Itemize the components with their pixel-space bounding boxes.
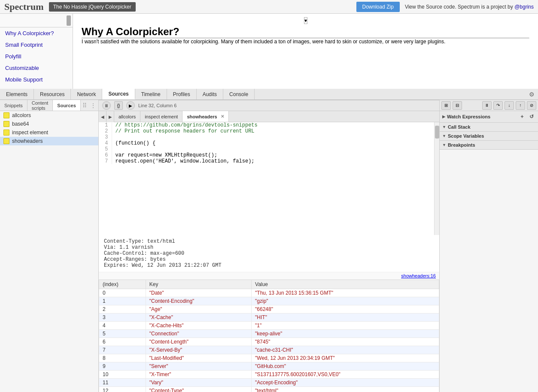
sources-sub-tab-snippets[interactable]: Snippets: [0, 100, 27, 111]
nav-item[interactable]: Why A Colorpicker?: [0, 27, 73, 39]
watch-triangle-icon: ▶: [442, 115, 445, 119]
sources-sub-tab-sources[interactable]: Sources: [53, 100, 80, 111]
nav-scrollbar[interactable]: [67, 15, 71, 26]
code-content[interactable]: (function() {: [112, 140, 434, 146]
source-file-inspect-element[interactable]: inspect element: [0, 128, 98, 137]
nav-item[interactable]: Devtools: [0, 85, 73, 89]
color-swatch-container[interactable]: ▾: [304, 17, 307, 24]
pause-button[interactable]: ⏸: [102, 101, 111, 110]
breakpoints-section: ▼ Breakpoints: [440, 141, 538, 150]
table-col-header: (index): [99, 280, 146, 289]
source-file-showheaders[interactable]: showheaders: [0, 137, 98, 145]
table-cell-key: "Vary": [146, 378, 251, 386]
table-cell-key: "Server": [146, 362, 251, 370]
step-out-button[interactable]: ↑: [516, 101, 525, 110]
close-tab-icon[interactable]: ✕: [221, 114, 224, 119]
dropdown-arrow[interactable]: ▾: [304, 18, 307, 24]
scope-variables-section: ▼ Scope Variables: [440, 132, 538, 141]
code-view[interactable]: 1// https://github.com/bgrins/devtools-s…: [99, 122, 434, 235]
step-into-button[interactable]: ↓: [505, 101, 514, 110]
table-cell-index: 11: [99, 378, 146, 386]
table-cell-value: "gzip": [252, 297, 439, 305]
tagline-button[interactable]: The No Hassle jQuery Colorpicker: [49, 2, 136, 12]
devtools-tab-elements[interactable]: Elements: [0, 89, 34, 100]
pause-exec-button[interactable]: ⏸: [482, 101, 492, 110]
code-editor-area: ⏸ {} ▶ Line 32, Column 6 ◀ ▶ allcolorsin…: [99, 100, 439, 392]
prev-tab-button[interactable]: ◀: [99, 111, 106, 122]
sources-sub-tab-content-scripts[interactable]: Content scripts: [27, 100, 53, 111]
refresh-watch-button[interactable]: ↺: [528, 113, 535, 121]
code-content[interactable]: // Print out response headers for curren…: [112, 128, 434, 134]
scope-variables-header[interactable]: ▼ Scope Variables: [440, 132, 538, 140]
code-content[interactable]: var request=new XMLHttpRequest();: [112, 152, 434, 158]
table-body: 0"Date""Thu, 13 Jun 2013 15:36:15 GMT"1"…: [99, 289, 439, 392]
table-cell-value: "GitHub.com": [252, 362, 439, 370]
watch-expressions-label: Watch Expressions: [447, 114, 490, 119]
code-content[interactable]: [112, 146, 434, 152]
table-cell-value: "text/html": [252, 386, 439, 392]
add-watch-button[interactable]: +: [518, 113, 526, 121]
step-over-button[interactable]: ↷: [493, 101, 503, 110]
table-row: 4"X-Cache-Hits""1": [99, 321, 439, 329]
code-line-2: 2// Print out response headers for curre…: [99, 128, 434, 134]
file-icon: [3, 121, 9, 127]
data-table-link-anchor[interactable]: showheaders:16: [401, 273, 436, 278]
editor-tabs: ◀ ▶ allcolorsinspect elementshowheaders✕: [99, 111, 439, 122]
table-row: 1"Content-Encoding""gzip": [99, 297, 439, 305]
table-cell-index: 9: [99, 362, 146, 370]
run-button[interactable]: ▶: [126, 101, 135, 110]
devtools-tab-sources[interactable]: Sources: [102, 89, 135, 100]
devtools-tab-network[interactable]: Network: [71, 89, 102, 100]
data-table-link[interactable]: showheaders:16: [99, 272, 439, 280]
line-number: 6: [99, 152, 112, 158]
panel-split-button[interactable]: ⊟: [453, 101, 462, 110]
code-content[interactable]: request.open('HEAD', window.location, fa…: [112, 158, 434, 164]
scrollbar-thumb[interactable]: [435, 126, 439, 139]
code-scrollbar[interactable]: [434, 122, 439, 235]
deactivate-button[interactable]: ⊘: [527, 101, 536, 110]
nav-item[interactable]: Customizable: [0, 62, 73, 74]
author-link[interactable]: @bgrins: [514, 4, 534, 10]
line-number: 3: [99, 134, 112, 140]
nav-item[interactable]: Mobile Support: [0, 74, 73, 85]
editor-tab-inspect-element[interactable]: inspect element: [140, 111, 182, 122]
devtools-tab-profiles[interactable]: Profiles: [167, 89, 197, 100]
source-file-base64[interactable]: base64: [0, 120, 98, 128]
file-label: inspect element: [12, 130, 48, 136]
call-stack-header[interactable]: ▼ Call Stack: [440, 123, 538, 131]
code-line-6: 6var request=new XMLHttpRequest();: [99, 152, 434, 158]
table-cell-key: "Last-Modified": [146, 354, 251, 362]
editor-tab-showheaders[interactable]: showheaders✕: [182, 111, 228, 122]
table-cell-key: "X-Cache-Hits": [146, 321, 251, 329]
table-row: 7"X-Served-By""cache-c31-CHI": [99, 346, 439, 354]
nav-item[interactable]: Polyfill: [0, 51, 73, 62]
nav-item[interactable]: Small Footprint: [0, 39, 73, 51]
table-cell-key: "Age": [146, 305, 251, 313]
breakpoints-header[interactable]: ▼ Breakpoints: [440, 141, 538, 149]
table-cell-value: "Wed, 12 Jun 2013 20:34:19 GMT": [252, 354, 439, 362]
source-file-allcolors[interactable]: allcolors: [0, 111, 98, 120]
devtools-tab-resources[interactable]: Resources: [34, 89, 71, 100]
table-row: 12"Content-Type""text/html": [99, 386, 439, 392]
settings-gear-icon[interactable]: ⚙: [526, 89, 538, 100]
table-cell-key: "Date": [146, 289, 251, 297]
editor-tab-allcolors[interactable]: allcolors: [114, 111, 140, 122]
right-panel-toolbar: ⊞ ⊟ ⏸ ↷ ↓ ↑ ⊘: [440, 100, 538, 111]
table-row: 5"Connection""keep-alive": [99, 329, 439, 338]
next-tab-button[interactable]: ▶: [106, 111, 114, 122]
table-header-row: (index)KeyValue: [99, 280, 439, 289]
format-button[interactable]: {}: [114, 101, 123, 110]
line-number: 1: [99, 122, 112, 128]
table-row: 11"Vary""Accept-Encoding": [99, 378, 439, 386]
watch-expressions-header[interactable]: ▶ Watch Expressions + ↺: [440, 111, 538, 122]
panel-layout-button[interactable]: ⊞: [441, 101, 451, 110]
devtools-tab-console[interactable]: Console: [223, 89, 255, 100]
table-row: 9"Server""GitHub.com": [99, 362, 439, 370]
code-content[interactable]: [112, 134, 434, 140]
devtools-tab-audits[interactable]: Audits: [197, 89, 223, 100]
preview-heading: Why A Colorpicker?: [82, 26, 529, 38]
code-content[interactable]: // https://github.com/bgrins/devtools-sn…: [112, 122, 434, 128]
devtools-tab-timeline[interactable]: Timeline: [135, 89, 167, 100]
download-zip-button[interactable]: Download Zip: [356, 2, 400, 12]
table-row: 0"Date""Thu, 13 Jun 2013 15:36:15 GMT": [99, 289, 439, 297]
